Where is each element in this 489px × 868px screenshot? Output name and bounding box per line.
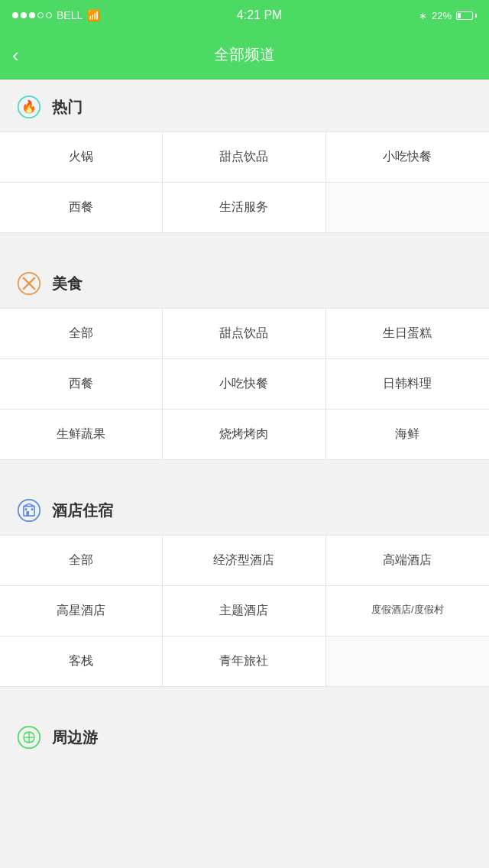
grid-item[interactable]: 青年旅社 [163, 636, 325, 686]
grid-item-empty [326, 183, 489, 232]
grid-item[interactable]: 甜点饮品 [163, 132, 325, 183]
hot-grid: 火锅 甜点饮品 小吃快餐 西餐 生活服务 [0, 131, 489, 233]
back-button[interactable]: ‹ [12, 45, 19, 65]
section-food-title: 美食 [52, 274, 83, 294]
section-food: 美食 全部 甜点饮品 生日蛋糕 西餐 小吃快餐 日韩料理 生鲜蔬果 烧烤烤肉 海… [0, 256, 489, 468]
grid-item[interactable]: 小吃快餐 [326, 132, 489, 183]
svg-rect-9 [31, 508, 34, 510]
section-hotel-header: 酒店住宿 [0, 483, 489, 535]
battery-percent: 22% [432, 10, 452, 21]
travel-icon [15, 724, 43, 751]
content-area: 🔥 热门 火锅 甜点饮品 小吃快餐 西餐 生活服务 美食 [0, 79, 489, 769]
svg-rect-8 [25, 508, 28, 510]
section-hot-title: 热门 [52, 97, 83, 118]
grid-item[interactable]: 生活服务 [163, 183, 325, 232]
section-hotel: 酒店住宿 全部 经济型酒店 高端酒店 高星酒店 主题酒店 度假酒店/度假村 客栈… [0, 483, 489, 695]
food-icon [15, 270, 43, 297]
grid-item[interactable]: 经济型酒店 [163, 536, 325, 586]
grid-item[interactable]: 海鲜 [326, 410, 489, 459]
grid-item[interactable]: 主题酒店 [163, 586, 325, 636]
grid-item[interactable]: 高端酒店 [326, 536, 489, 586]
carrier-label: BELL [57, 9, 83, 21]
grid-item[interactable]: 日韩料理 [326, 359, 489, 410]
grid-item[interactable]: 生鲜蔬果 [0, 410, 163, 459]
grid-item[interactable]: 小吃快餐 [163, 359, 325, 410]
section-travel-title: 周边游 [52, 727, 98, 748]
wifi-icon: 📶 [87, 9, 100, 21]
grid-item[interactable]: 生日蛋糕 [326, 309, 489, 359]
hotel-icon [15, 497, 43, 524]
hotel-grid: 全部 经济型酒店 高端酒店 高星酒店 主题酒店 度假酒店/度假村 客栈 青年旅社 [0, 535, 489, 687]
grid-item[interactable]: 甜点饮品 [163, 309, 325, 359]
status-bar: BELL 📶 4:21 PM ∗ 22% [0, 0, 489, 31]
grid-item[interactable]: 西餐 [0, 183, 163, 232]
grid-item[interactable]: 度假酒店/度假村 [326, 586, 489, 636]
grid-item[interactable]: 高星酒店 [0, 586, 163, 636]
section-hotel-title: 酒店住宿 [52, 500, 113, 521]
bluetooth-icon: ∗ [419, 10, 427, 21]
svg-point-5 [18, 500, 40, 521]
section-hot: 🔥 热门 火锅 甜点饮品 小吃快餐 西餐 生活服务 [0, 79, 489, 241]
section-travel-header: 周边游 [0, 710, 489, 762]
battery-icon [456, 11, 477, 20]
nav-bar: ‹ 全部频道 [0, 31, 489, 79]
page-title: 全部频道 [214, 44, 275, 65]
grid-item[interactable]: 客栈 [0, 636, 163, 686]
hot-icon: 🔥 [15, 93, 43, 121]
food-grid: 全部 甜点饮品 生日蛋糕 西餐 小吃快餐 日韩料理 生鲜蔬果 烧烤烤肉 海鲜 [0, 308, 489, 460]
grid-item[interactable]: 西餐 [0, 359, 163, 410]
grid-item[interactable]: 火锅 [0, 132, 163, 183]
grid-item[interactable]: 全部 [0, 309, 163, 359]
svg-text:🔥: 🔥 [21, 99, 37, 114]
time-display: 4:21 PM [237, 8, 283, 22]
svg-rect-7 [26, 511, 29, 516]
grid-item-empty [326, 636, 489, 686]
status-left: BELL 📶 [12, 9, 100, 21]
grid-item[interactable]: 烧烤烤肉 [163, 410, 325, 459]
status-right: ∗ 22% [419, 10, 477, 21]
section-food-header: 美食 [0, 256, 489, 308]
section-hot-header: 🔥 热门 [0, 79, 489, 131]
signal-dots [12, 12, 52, 18]
section-travel: 周边游 [0, 710, 489, 769]
grid-item[interactable]: 全部 [0, 536, 163, 586]
